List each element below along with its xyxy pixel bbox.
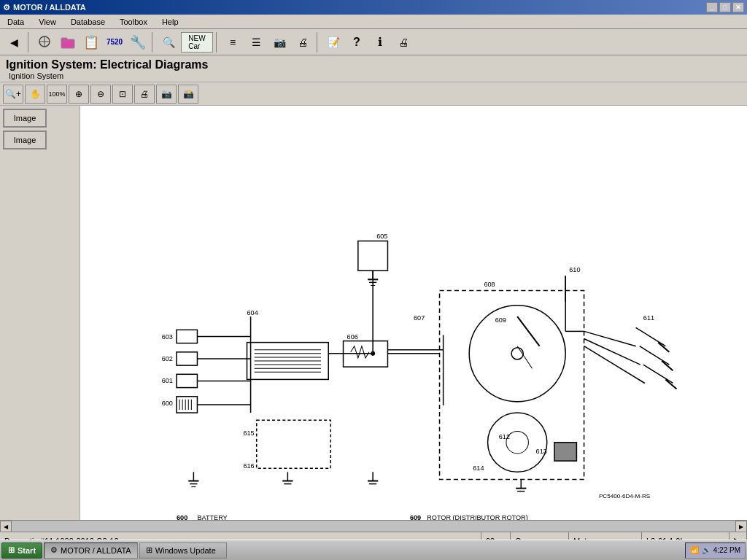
minimize-button[interactable]: _ xyxy=(706,2,718,12)
question-button[interactable]: ? xyxy=(346,32,368,52)
capture-button[interactable]: 📷 xyxy=(156,85,177,104)
svg-rect-9 xyxy=(177,330,197,343)
sep2 xyxy=(152,32,155,52)
history-button[interactable]: 📋 xyxy=(80,32,102,52)
capture2-button[interactable]: 📸 xyxy=(178,85,198,104)
print-diagram-button[interactable]: 🖨 xyxy=(134,85,155,104)
svg-line-86 xyxy=(584,331,636,346)
start-button[interactable]: ⊞ Start xyxy=(1,542,42,559)
svg-text:603: 603 xyxy=(162,333,173,341)
taskbar-app-alldata[interactable]: ⚙ MOTOR / ALLDATA xyxy=(44,542,138,559)
search-button[interactable]: 🔍 xyxy=(158,32,179,52)
left-panel: Image Image xyxy=(0,106,80,520)
breadcrumb-area: Ignition System: Electrical Diagrams Ign… xyxy=(0,55,747,82)
title-bar-left: ⚙ MOTOR / ALLDATA xyxy=(3,3,86,12)
menu-bar: Data View Database Toolbox Help xyxy=(0,15,747,29)
svg-text:601: 601 xyxy=(162,377,173,384)
sep3 xyxy=(216,32,219,52)
svg-point-53 xyxy=(488,413,547,472)
main-toolbar: ◀ 📋 7520 🔧 🔍 NEWCar ≡ ☰ 📷 🖨 📝 ? ℹ 🖨 xyxy=(0,29,747,55)
menu-toolbox[interactable]: Toolbox xyxy=(115,16,152,28)
svg-point-54 xyxy=(506,431,528,453)
svg-text:606: 606 xyxy=(347,333,358,341)
svg-text:609: 609 xyxy=(410,514,421,520)
home-button[interactable] xyxy=(34,32,55,52)
svg-text:600: 600 xyxy=(162,400,173,407)
title-bar: ⚙ MOTOR / ALLDATA _ □ ✕ xyxy=(0,0,747,15)
svg-text:PC5400-6D4-M-RS: PC5400-6D4-M-RS xyxy=(599,493,651,499)
scroll-track-h[interactable] xyxy=(12,521,735,532)
svg-text:613: 613 xyxy=(536,448,547,455)
app-label: Windows Update xyxy=(155,546,216,555)
zoom-in-button[interactable]: 🔍+ xyxy=(3,85,23,104)
svg-text:605: 605 xyxy=(376,233,387,240)
svg-line-65 xyxy=(665,379,676,389)
svg-line-60 xyxy=(636,327,666,346)
print-button[interactable]: 🖨 xyxy=(292,32,314,52)
volume-icon: 🔊 xyxy=(702,546,711,554)
svg-text:602: 602 xyxy=(162,355,173,362)
magnify-plus-button[interactable]: ⊕ xyxy=(69,85,89,104)
menu-database[interactable]: Database xyxy=(66,16,109,28)
start-label: Start xyxy=(18,546,36,555)
app-label: MOTOR / ALLDATA xyxy=(61,546,131,555)
svg-text:608: 608 xyxy=(484,281,495,288)
pan-button[interactable]: ✋ xyxy=(25,85,45,104)
taskbar-app-windows-update[interactable]: ⊞ Windows Update xyxy=(139,542,227,559)
horizontal-scrollbar[interactable]: ◀ ▶ xyxy=(0,520,747,532)
table-button[interactable]: ≡ xyxy=(222,32,244,52)
windows-icon: ⊞ xyxy=(146,545,152,555)
breadcrumb-sub: Ignition System xyxy=(6,71,741,80)
diagram-area: 603 602 601 600 604 xyxy=(80,106,747,520)
svg-text:614: 614 xyxy=(473,464,484,472)
network-icon: 📶 xyxy=(690,546,699,554)
svg-rect-4 xyxy=(61,38,67,41)
camera-button[interactable]: 📷 xyxy=(268,32,290,52)
main-area: Image Image 603 602 601 600 xyxy=(0,106,747,520)
svg-text:600: 600 xyxy=(177,514,187,520)
svg-text:615: 615 xyxy=(243,429,254,437)
scroll-left-button[interactable]: ◀ xyxy=(0,521,12,532)
window-title: MOTOR / ALLDATA xyxy=(13,3,86,12)
svg-rect-11 xyxy=(177,374,197,387)
scroll-right-button[interactable]: ▶ xyxy=(735,521,747,532)
svg-rect-33 xyxy=(358,241,388,271)
list-button[interactable]: ☰ xyxy=(245,32,267,52)
svg-point-48 xyxy=(469,306,565,402)
svg-rect-10 xyxy=(177,352,197,365)
svg-rect-68 xyxy=(257,420,331,468)
repair-button[interactable]: 🔧 xyxy=(127,32,149,52)
maximize-button[interactable]: □ xyxy=(719,2,731,12)
print2-button[interactable]: 🖨 xyxy=(392,32,414,52)
magnify-minus-button[interactable]: ⊖ xyxy=(90,85,111,104)
system-tray: 📶 🔊 4:22 PM xyxy=(685,542,746,559)
svg-point-40 xyxy=(371,351,375,356)
note-button[interactable]: 📝 xyxy=(322,32,344,52)
app-icon: ⚙ xyxy=(50,545,58,555)
wiring-diagram: 603 602 601 600 604 xyxy=(80,106,747,520)
zoom-100-button[interactable]: 100% xyxy=(47,85,67,104)
start-icon: ⊞ xyxy=(8,545,15,555)
sep4 xyxy=(317,32,320,52)
svg-line-49 xyxy=(517,316,539,346)
svg-text:610: 610 xyxy=(569,266,580,273)
image-button-2[interactable]: Image xyxy=(3,131,47,149)
close-button[interactable]: ✕ xyxy=(732,2,744,12)
svg-text:BATTERY: BATTERY xyxy=(197,514,227,520)
fit-button[interactable]: ⊡ xyxy=(112,85,133,104)
page-title: Ignition System: Electrical Diagrams xyxy=(6,58,741,71)
folder-button[interactable] xyxy=(57,32,79,52)
new-car-button[interactable]: NEWCar xyxy=(181,32,213,52)
image-button-1[interactable]: Image xyxy=(3,109,47,128)
menu-help[interactable]: Help xyxy=(158,16,183,28)
back-button[interactable]: ◀ xyxy=(3,32,25,52)
svg-line-63 xyxy=(658,343,669,352)
menu-data[interactable]: Data xyxy=(3,16,28,28)
menu-view[interactable]: View xyxy=(34,16,61,28)
secondary-toolbar: 🔍+ ✋ 100% ⊕ ⊖ ⊡ 🖨 📷 📸 xyxy=(0,82,747,106)
info-button[interactable]: ℹ xyxy=(369,32,391,52)
svg-point-51 xyxy=(511,348,523,359)
num-button[interactable]: 7520 xyxy=(104,32,125,52)
svg-text:611: 611 xyxy=(643,314,654,322)
clock: 4:22 PM xyxy=(713,546,740,554)
